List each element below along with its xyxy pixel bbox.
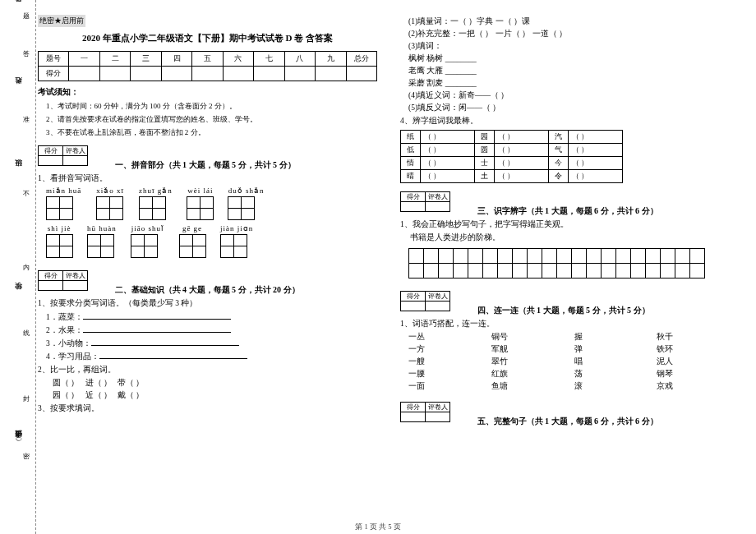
q3-5: (5)填反义词：闲——（ ）	[408, 103, 740, 113]
left-column: 绝密★启用前 2020 年重点小学二年级语文【下册】期中考试试卷 D 卷 含答案…	[38, 15, 377, 427]
binding-side-7: 密	[23, 452, 30, 461]
sentence-write-grid[interactable]	[408, 248, 740, 278]
q3-4: (4)填近义词：新奇——（ ）	[408, 90, 740, 101]
q3-copy-text: 书籍是人类进步的阶梯。	[410, 232, 740, 243]
binding-side-6: 封	[23, 394, 30, 403]
q3-3a: 枫树 杨树 ________	[408, 53, 740, 64]
score-h5: 五	[192, 52, 223, 67]
write-box[interactable]	[46, 196, 81, 219]
binding-side-4: 内	[23, 263, 30, 272]
paper-title: 2020 年重点小学二年级语文【下册】期中考试试卷 D 卷 含答案	[38, 32, 377, 44]
score-h7: 七	[254, 52, 284, 67]
score-h6: 六	[223, 52, 253, 67]
char-pair-table: 纸（ ） 园（ ） 汽（ ） 低（ ） 圆（ ） 气（ ） 情（ ） 士（ ） …	[400, 130, 623, 183]
q2-1: 1、按要求分类写词语。（每类最少写 3 种）	[38, 298, 377, 309]
q1-1: 1、看拼音写词语。	[38, 173, 377, 184]
blank-fruit[interactable]	[83, 325, 231, 333]
score-h1: 一	[69, 52, 99, 67]
q3-copy: 1、我会正确地抄写句子，把字写得端正美观。	[400, 219, 740, 230]
scorebox-3: 得分评卷人	[400, 191, 450, 212]
rules-list: 1、考试时间：60 分钟，满分为 100 分（含卷面分 2 分）。 2、请首先按…	[38, 101, 377, 138]
right-column: (1)填量词：一（ ）字典 一（ ）课 (2)补充完整：一把（ ） 一片（ ） …	[400, 15, 740, 427]
q2-4: 4、辨字组词我最棒。	[400, 116, 740, 127]
blank-animal[interactable]	[91, 338, 239, 346]
binding-side-5: 线	[23, 329, 30, 338]
scorebox-2: 得分评卷人	[38, 270, 88, 291]
q3-3b: 老鹰 大雁 ________	[408, 66, 740, 76]
q3-3c: 采蘑 割麦 ________	[408, 78, 740, 89]
q2-2: 2、比一比，再组词。	[38, 365, 377, 375]
section-2-title: 二、基础知识（共 4 大题，每题 5 分，共计 20 分）	[115, 284, 300, 296]
score-h3: 三	[131, 52, 161, 67]
binding-side-3: 不	[23, 189, 30, 198]
rule-1: 1、考试时间：60 分钟，满分为 100 分（含卷面分 2 分）。	[46, 101, 377, 112]
score-h4: 四	[161, 52, 191, 67]
score-h9: 九	[316, 52, 346, 67]
rules-heading: 考试须知：	[38, 86, 377, 98]
scorebox-1: 得分评卷人	[38, 145, 88, 166]
q3-2: (2)补充完整：一把（ ） 一片（ ） 一道（ ）	[408, 29, 740, 39]
pinyin-row-1: miǎn huā xiǎo xī zhuī gǎn wèi lái duǒ sh…	[46, 186, 377, 219]
binding-tick: 题	[23, 12, 30, 21]
q3-1: (1)填量词：一（ ）字典 一（ ）课	[408, 16, 740, 27]
binding-side-1: 答	[23, 49, 30, 58]
score-table: 题号 一 二 三 四 五 六 七 八 九 总分 得分	[38, 51, 377, 81]
binding-side-2: 准	[23, 115, 30, 124]
pinyin-row-2: shì jiè hū huàn jiāo shuǐ gē ge jiàn jiɑ…	[46, 224, 377, 257]
score-h0: 题号	[39, 52, 69, 67]
scorebox-4: 得分评卷人	[400, 291, 450, 311]
secret-label: 绝密★启用前	[38, 15, 85, 27]
score-h8: 八	[284, 52, 315, 67]
q2-3: 3、按要求填词。	[38, 403, 377, 414]
section-3-title: 三、识字辨字（共 1 大题，每题 6 分，共计 6 分）	[477, 205, 658, 217]
section-5-title: 五、完整句子（共 1 大题，每题 6 分，共计 6 分）	[477, 416, 658, 427]
score-got: 得分	[39, 67, 69, 81]
scorebox-5: 得分评卷人	[400, 402, 450, 422]
rule-2: 2、请首先按要求在试卷的指定位置填写您的姓名、班级、学号。	[46, 114, 377, 125]
score-h2: 二	[99, 52, 130, 67]
q4-1: 1、词语巧搭配，连一连。	[400, 319, 740, 329]
section-4-title: 四、连一连（共 1 大题，每题 5 分，共计 5 分）	[477, 305, 650, 316]
blank-stationery[interactable]	[99, 351, 247, 359]
section-1-title: 一、拼音部分（共 1 大题，每题 5 分，共计 5 分）	[115, 159, 296, 171]
blank-veg[interactable]	[83, 311, 231, 320]
page-footer: 第 1 页 共 5 页	[0, 522, 756, 532]
rule-3: 3、不要在试卷上乱涂乱画，卷面不整洁扣 2 分。	[46, 127, 377, 138]
score-h10: 总分	[346, 52, 376, 67]
binding-strip: 学号 姓名 班级 学校 乡镇（街道） 题 答 准 不 内 线 封 密	[0, 0, 36, 534]
q3-3: (3)填词：	[408, 41, 740, 52]
